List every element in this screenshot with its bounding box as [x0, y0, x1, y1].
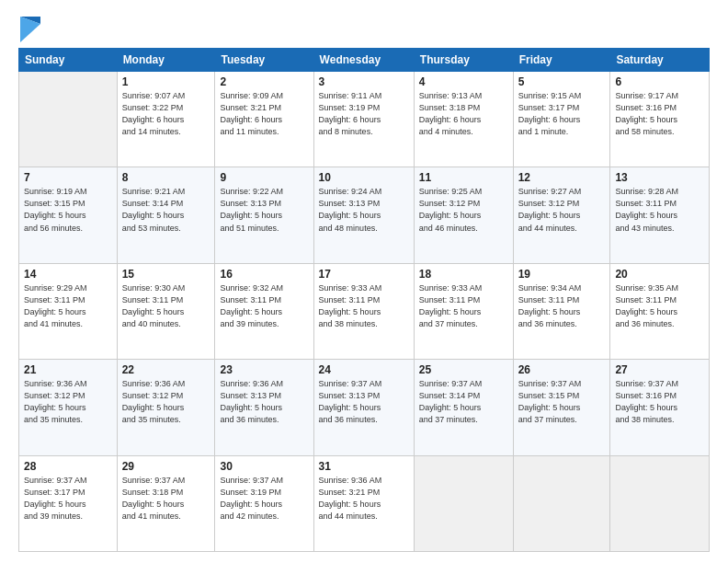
page: SundayMondayTuesdayWednesdayThursdayFrid…: [0, 0, 728, 563]
day-number: 31: [319, 460, 409, 473]
day-info: Sunrise: 9:22 AM Sunset: 3:13 PM Dayligh…: [220, 186, 308, 234]
calendar-cell: 1Sunrise: 9:07 AM Sunset: 3:22 PM Daylig…: [117, 72, 215, 167]
header-friday: Friday: [513, 49, 610, 72]
header-sunday: Sunday: [19, 49, 118, 72]
day-info: Sunrise: 9:24 AM Sunset: 3:13 PM Dayligh…: [319, 186, 409, 234]
day-info: Sunrise: 9:34 AM Sunset: 3:11 PM Dayligh…: [518, 282, 606, 330]
calendar-cell: 31Sunrise: 9:36 AM Sunset: 3:21 PM Dayli…: [313, 455, 414, 551]
calendar-cell: [19, 72, 118, 167]
day-info: Sunrise: 9:13 AM Sunset: 3:18 PM Dayligh…: [419, 90, 508, 138]
day-info: Sunrise: 9:37 AM Sunset: 3:18 PM Dayligh…: [122, 475, 210, 523]
header-wednesday: Wednesday: [313, 49, 414, 72]
calendar-cell: 27Sunrise: 9:37 AM Sunset: 3:16 PM Dayli…: [610, 360, 710, 455]
day-number: 11: [419, 171, 508, 184]
calendar-week-1: 7Sunrise: 9:19 AM Sunset: 3:15 PM Daylig…: [19, 167, 710, 263]
header-tuesday: Tuesday: [215, 49, 313, 72]
day-number: 1: [122, 75, 210, 88]
calendar-week-0: 1Sunrise: 9:07 AM Sunset: 3:22 PM Daylig…: [19, 72, 710, 167]
calendar-cell: 11Sunrise: 9:25 AM Sunset: 3:12 PM Dayli…: [414, 167, 513, 263]
day-info: Sunrise: 9:29 AM Sunset: 3:11 PM Dayligh…: [24, 282, 112, 330]
calendar-week-2: 14Sunrise: 9:29 AM Sunset: 3:11 PM Dayli…: [19, 263, 710, 359]
day-number: 2: [220, 75, 308, 88]
day-info: Sunrise: 9:27 AM Sunset: 3:12 PM Dayligh…: [518, 186, 606, 234]
calendar-cell: [610, 455, 710, 551]
day-info: Sunrise: 9:37 AM Sunset: 3:14 PM Dayligh…: [419, 378, 508, 426]
day-info: Sunrise: 9:37 AM Sunset: 3:15 PM Dayligh…: [518, 378, 606, 426]
day-info: Sunrise: 9:36 AM Sunset: 3:12 PM Dayligh…: [122, 378, 210, 426]
day-info: Sunrise: 9:30 AM Sunset: 3:11 PM Dayligh…: [122, 282, 210, 330]
day-number: 14: [24, 268, 112, 281]
calendar-cell: 30Sunrise: 9:37 AM Sunset: 3:19 PM Dayli…: [215, 455, 313, 551]
day-number: 19: [518, 268, 606, 281]
day-info: Sunrise: 9:33 AM Sunset: 3:11 PM Dayligh…: [319, 282, 409, 330]
calendar-week-3: 21Sunrise: 9:36 AM Sunset: 3:12 PM Dayli…: [19, 360, 710, 455]
calendar-cell: 2Sunrise: 9:09 AM Sunset: 3:21 PM Daylig…: [215, 72, 313, 167]
day-info: Sunrise: 9:32 AM Sunset: 3:11 PM Dayligh…: [220, 282, 308, 330]
day-number: 4: [419, 75, 508, 88]
day-number: 8: [122, 171, 210, 184]
calendar-cell: 29Sunrise: 9:37 AM Sunset: 3:18 PM Dayli…: [117, 455, 215, 551]
calendar-week-4: 28Sunrise: 9:37 AM Sunset: 3:17 PM Dayli…: [19, 455, 710, 551]
logo-icon: [20, 17, 40, 42]
day-info: Sunrise: 9:25 AM Sunset: 3:12 PM Dayligh…: [419, 186, 508, 234]
logo: [18, 17, 40, 39]
day-info: Sunrise: 9:36 AM Sunset: 3:12 PM Dayligh…: [24, 378, 112, 426]
day-info: Sunrise: 9:37 AM Sunset: 3:17 PM Dayligh…: [24, 475, 112, 523]
calendar-cell: 9Sunrise: 9:22 AM Sunset: 3:13 PM Daylig…: [215, 167, 313, 263]
day-info: Sunrise: 9:36 AM Sunset: 3:13 PM Dayligh…: [220, 378, 308, 426]
day-number: 17: [319, 268, 409, 281]
day-number: 28: [24, 460, 112, 473]
calendar-cell: 3Sunrise: 9:11 AM Sunset: 3:19 PM Daylig…: [313, 72, 414, 167]
calendar-table: SundayMondayTuesdayWednesdayThursdayFrid…: [18, 48, 710, 552]
calendar-header-row: SundayMondayTuesdayWednesdayThursdayFrid…: [19, 49, 710, 72]
calendar-cell: 24Sunrise: 9:37 AM Sunset: 3:13 PM Dayli…: [313, 360, 414, 455]
calendar-cell: 6Sunrise: 9:17 AM Sunset: 3:16 PM Daylig…: [610, 72, 710, 167]
day-number: 21: [24, 363, 112, 376]
day-info: Sunrise: 9:07 AM Sunset: 3:22 PM Dayligh…: [122, 90, 210, 138]
day-info: Sunrise: 9:37 AM Sunset: 3:16 PM Dayligh…: [615, 378, 704, 426]
calendar-cell: 8Sunrise: 9:21 AM Sunset: 3:14 PM Daylig…: [117, 167, 215, 263]
day-number: 10: [319, 171, 409, 184]
header-monday: Monday: [117, 49, 215, 72]
calendar-cell: 18Sunrise: 9:33 AM Sunset: 3:11 PM Dayli…: [414, 263, 513, 359]
day-info: Sunrise: 9:33 AM Sunset: 3:11 PM Dayligh…: [419, 282, 508, 330]
day-info: Sunrise: 9:09 AM Sunset: 3:21 PM Dayligh…: [220, 90, 308, 138]
day-number: 3: [319, 75, 409, 88]
calendar-cell: 19Sunrise: 9:34 AM Sunset: 3:11 PM Dayli…: [513, 263, 610, 359]
calendar-cell: 10Sunrise: 9:24 AM Sunset: 3:13 PM Dayli…: [313, 167, 414, 263]
calendar-cell: [414, 455, 513, 551]
calendar-cell: 7Sunrise: 9:19 AM Sunset: 3:15 PM Daylig…: [19, 167, 118, 263]
day-number: 5: [518, 75, 606, 88]
day-number: 25: [419, 363, 508, 376]
day-info: Sunrise: 9:15 AM Sunset: 3:17 PM Dayligh…: [518, 90, 606, 138]
day-number: 6: [615, 75, 704, 88]
day-info: Sunrise: 9:11 AM Sunset: 3:19 PM Dayligh…: [319, 90, 409, 138]
day-number: 15: [122, 268, 210, 281]
calendar-cell: 15Sunrise: 9:30 AM Sunset: 3:11 PM Dayli…: [117, 263, 215, 359]
day-info: Sunrise: 9:37 AM Sunset: 3:13 PM Dayligh…: [319, 378, 409, 426]
day-number: 16: [220, 268, 308, 281]
calendar-cell: 26Sunrise: 9:37 AM Sunset: 3:15 PM Dayli…: [513, 360, 610, 455]
day-info: Sunrise: 9:37 AM Sunset: 3:19 PM Dayligh…: [220, 475, 308, 523]
calendar-cell: 28Sunrise: 9:37 AM Sunset: 3:17 PM Dayli…: [19, 455, 118, 551]
calendar-cell: 12Sunrise: 9:27 AM Sunset: 3:12 PM Dayli…: [513, 167, 610, 263]
day-info: Sunrise: 9:21 AM Sunset: 3:14 PM Dayligh…: [122, 186, 210, 234]
day-number: 23: [220, 363, 308, 376]
calendar-cell: [513, 455, 610, 551]
day-number: 20: [615, 268, 704, 281]
day-info: Sunrise: 9:28 AM Sunset: 3:11 PM Dayligh…: [615, 186, 704, 234]
calendar-cell: 17Sunrise: 9:33 AM Sunset: 3:11 PM Dayli…: [313, 263, 414, 359]
calendar-cell: 25Sunrise: 9:37 AM Sunset: 3:14 PM Dayli…: [414, 360, 513, 455]
day-number: 29: [122, 460, 210, 473]
header-thursday: Thursday: [414, 49, 513, 72]
day-number: 27: [615, 363, 704, 376]
header-saturday: Saturday: [610, 49, 710, 72]
day-number: 13: [615, 171, 704, 184]
calendar-cell: 21Sunrise: 9:36 AM Sunset: 3:12 PM Dayli…: [19, 360, 118, 455]
calendar-cell: 23Sunrise: 9:36 AM Sunset: 3:13 PM Dayli…: [215, 360, 313, 455]
day-number: 22: [122, 363, 210, 376]
day-number: 12: [518, 171, 606, 184]
calendar-cell: 22Sunrise: 9:36 AM Sunset: 3:12 PM Dayli…: [117, 360, 215, 455]
calendar-cell: 20Sunrise: 9:35 AM Sunset: 3:11 PM Dayli…: [610, 263, 710, 359]
day-number: 26: [518, 363, 606, 376]
